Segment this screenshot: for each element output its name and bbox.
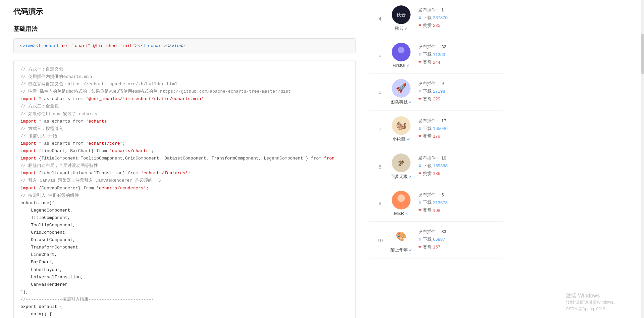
publish-count: 17 <box>441 118 446 123</box>
like-icon: ❤ <box>418 208 422 213</box>
rank-stats: 发布插件： 1 ⬇ 下载 267870 ❤ 赞赏 235 <box>418 7 496 30</box>
download-count: 267870 <box>433 15 447 20</box>
download-count: 165046 <box>433 126 447 131</box>
download-stat: ⬇ 下载 27198 <box>418 88 496 94</box>
download-count: 27198 <box>433 89 445 94</box>
code-line: // 方式三：按需引入 <box>20 125 348 133</box>
rank-item[interactable]: 7 🐿️ 小松鼠 ✔ 发布插件： 17 ⬇ 下载 165046 ❤ <box>369 111 503 148</box>
like-stat: ❤ 赞赏 229 <box>418 96 496 102</box>
download-label: 下载 <box>423 51 432 57</box>
rank-item[interactable]: 9 MixR ✔ 发布插件： 5 ⬇ 下载 213573 ❤ <box>369 185 503 222</box>
publish-stat: 发布插件： 9 <box>418 81 496 87</box>
like-icon: ❤ <box>418 60 422 64</box>
section-title: 基础用法 <box>13 25 356 33</box>
verified-icon: ✔ <box>409 175 412 179</box>
like-icon: ❤ <box>418 134 422 139</box>
publish-stat: 发布插件： 1 <box>418 7 496 13</box>
svg-text:梦: 梦 <box>398 160 404 167</box>
rank-name: 图岛科技 ✔ <box>390 99 412 105</box>
csdn-label: CSDN @Apeng_0919 <box>566 307 617 311</box>
code-line: // 引入 Canvas 渲染器，注意引入 CanvasRenderer 是必须… <box>20 177 348 184</box>
download-stat: ⬇ 下载 66887 <box>418 236 496 242</box>
rank-stats: 发布插件： 17 ⬇ 下载 165046 ❤ 赞赏 179 <box>418 118 496 141</box>
like-stat: ❤ 赞赏 235 <box>418 22 496 29</box>
code-line: import * as echarts from '@uni_modules/l… <box>20 95 348 103</box>
scrollbar-thumb[interactable] <box>641 34 644 74</box>
code-line: // 方式一：自定义包 <box>20 66 348 73</box>
publish-label: 发布插件： <box>418 155 440 161</box>
like-count: 136 <box>433 171 440 176</box>
rank-item[interactable]: 5 FirstUI ✔ 发布插件： 32 ⬇ 下载 11353 <box>369 37 503 74</box>
download-icon: ⬇ <box>418 89 422 94</box>
code-line: // 标签自动布局，全局过渡动画等特性 <box>20 162 348 170</box>
like-stat: ❤ 赞赏 136 <box>418 171 496 177</box>
code-line: TitleComponent, <box>20 214 348 222</box>
download-label: 下载 <box>423 236 432 242</box>
publish-stat: 发布插件： 10 <box>418 155 496 161</box>
code-line: // 注意 插件内的包是umd格式的，如果你是vue3请使用esm格式的包 ht… <box>20 88 348 95</box>
main-code-block: // 方式一：自定义包// 使用插件内提供的echarts.min// 或在官网… <box>13 60 356 318</box>
code-line: import {TitleComponent,TooltipComponent,… <box>20 155 348 162</box>
download-stat: ⬇ 下载 165046 <box>418 126 496 132</box>
rank-avatar-wrap: 秋云 秋云 ✔ <box>389 5 413 32</box>
publish-stat: 发布插件： 33 <box>418 229 496 235</box>
rank-avatar <box>392 191 411 210</box>
code-line: // 或在官网自定义包：https://echarts.apache.org/z… <box>20 81 348 88</box>
like-icon: ❤ <box>418 97 422 101</box>
code-line: DatasetComponent, <box>20 236 348 244</box>
code-line: // 按需引入 开始 <box>20 133 348 140</box>
simple-code-block: <view><l-echart ref="chart" @finished="i… <box>13 38 356 53</box>
verified-icon: ✔ <box>409 100 412 104</box>
like-stat: ❤ 赞赏 157 <box>418 244 496 250</box>
rank-number: 6 <box>376 89 384 95</box>
like-icon: ❤ <box>418 245 422 249</box>
rank-item[interactable]: 6 🚀 图岛科技 ✔ 发布插件： 9 ⬇ 下载 27198 ❤ <box>369 74 503 111</box>
like-label: 赞赏 <box>423 244 432 250</box>
publish-label: 发布插件： <box>418 7 440 13</box>
code-line: BarChart, <box>20 259 348 266</box>
rank-name: MixR ✔ <box>394 211 408 216</box>
code-line: TransformComponent, <box>20 244 348 251</box>
verified-icon: ✔ <box>405 212 408 216</box>
like-label: 赞赏 <box>423 96 432 102</box>
publish-count: 5 <box>441 192 444 197</box>
rank-item[interactable]: 8 梦 回梦无痕 ✔ 发布插件： 10 ⬇ 下载 169398 ❤ <box>369 148 503 185</box>
like-count: 157 <box>433 244 440 249</box>
rank-avatar-wrap: MixR ✔ <box>389 191 413 216</box>
rank-stats: 发布插件： 9 ⬇ 下载 27198 ❤ 赞赏 229 <box>418 81 496 104</box>
code-line: import * as echarts from 'echarts/core'; <box>20 140 348 147</box>
rank-item[interactable]: 4 秋云 秋云 ✔ 发布插件： 1 ⬇ 下载 267870 ❤ <box>369 0 503 37</box>
scrollbar[interactable] <box>641 0 644 318</box>
code-line: import {LabelLayout,UniversalTransition}… <box>20 170 348 177</box>
like-count: 229 <box>433 96 440 101</box>
download-stat: ⬇ 下载 11353 <box>418 51 496 57</box>
svg-text:秋云: 秋云 <box>396 12 406 17</box>
publish-label: 发布插件： <box>418 44 440 50</box>
code-line: LineChart, <box>20 251 348 259</box>
like-stat: ❤ 赞赏 179 <box>418 133 496 139</box>
rank-avatar: 🐿️ <box>392 116 411 135</box>
code-line: LabelLayout, <box>20 266 348 274</box>
publish-count: 9 <box>441 81 444 86</box>
rank-number: 4 <box>376 16 384 21</box>
watermark-text: 激活 Windows <box>566 292 617 300</box>
watermark: 激活 Windows 转到"设置"以激活Windows。 CSDN @Apeng… <box>566 292 617 311</box>
rank-item[interactable]: 10 🎨 陌上华年 ✔ 发布插件： 33 ⬇ 下载 66887 ❤ <box>369 222 503 259</box>
download-count: 213573 <box>433 200 447 205</box>
download-icon: ⬇ <box>418 126 422 131</box>
simple-code-text: <view><l-echart ref="chart" @finished="i… <box>20 43 185 48</box>
rank-name: 小松鼠 ✔ <box>392 136 410 142</box>
publish-count: 10 <box>441 155 446 161</box>
verified-icon: ✔ <box>407 63 410 67</box>
svg-point-3 <box>398 47 405 53</box>
watermark-sub: 转到"设置"以激活Windows。 <box>566 300 617 305</box>
code-line: data() { <box>20 311 348 318</box>
like-label: 赞赏 <box>423 207 432 213</box>
like-icon: ❤ <box>418 171 422 176</box>
download-icon: ⬇ <box>418 237 422 242</box>
rank-number: 9 <box>376 200 384 206</box>
like-label: 赞赏 <box>423 22 432 29</box>
rank-name: 秋云 ✔ <box>395 26 408 32</box>
like-stat: ❤ 赞赏 108 <box>418 207 496 213</box>
publish-stat: 发布插件： 5 <box>418 192 496 198</box>
